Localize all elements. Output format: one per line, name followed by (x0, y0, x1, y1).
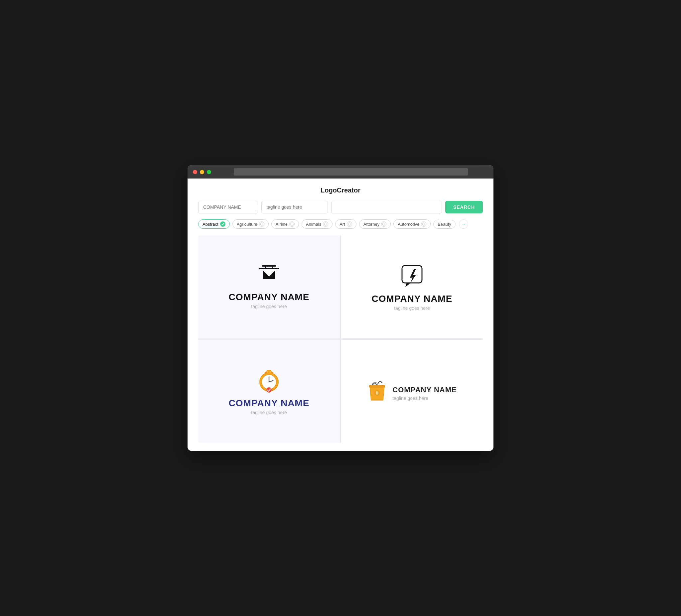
logo2-icon (399, 263, 425, 289)
category-art-label: Art (339, 222, 345, 227)
category-agriculture-check (259, 222, 264, 227)
logo3-company-name: COMPANY NAME (229, 398, 309, 409)
category-animals-label: Animals (306, 222, 321, 227)
category-beauty-label: Beauty (437, 222, 451, 227)
logo4-icon (367, 380, 387, 403)
category-abstract[interactable]: Abstract (198, 220, 230, 229)
search-button[interactable]: SEARCH (445, 201, 483, 213)
logo3-tagline: tagline goes here (251, 410, 287, 415)
category-filters: Abstract Agriculture Airline Animals (198, 220, 483, 229)
logo-card-3[interactable]: COMPANY NAME tagline goes here (198, 340, 340, 443)
category-airline[interactable]: Airline (271, 220, 299, 229)
svg-point-28 (375, 391, 379, 395)
logo4-text-group: COMPANY NAME tagline goes here (393, 382, 457, 401)
close-button[interactable] (193, 170, 197, 174)
logo1-tagline: tagline goes here (251, 304, 287, 309)
category-agriculture-label: Agriculture (237, 222, 257, 227)
address-bar[interactable] (234, 168, 468, 176)
categories-next-button[interactable]: → (459, 220, 468, 229)
logo-card-1[interactable]: COMPANY NAME tagline goes here (198, 235, 340, 338)
search-bar: SEARCH (198, 201, 483, 213)
svg-rect-20 (267, 370, 271, 372)
svg-marker-15 (405, 283, 410, 287)
svg-rect-7 (265, 265, 266, 268)
tagline-input[interactable] (261, 201, 328, 213)
category-airline-label: Airline (276, 222, 287, 227)
logo-grid: COMPANY NAME tagline goes here COMPANY N… (198, 235, 483, 443)
titlebar (187, 165, 494, 179)
logo4-inline: COMPANY NAME tagline goes here (367, 380, 457, 403)
logo4-company-name: COMPANY NAME (393, 386, 457, 394)
category-attorney-label: Attorney (363, 222, 379, 227)
maximize-button[interactable] (207, 170, 211, 174)
category-art-check (347, 222, 352, 227)
category-attorney-check (381, 222, 386, 227)
logo-card-4[interactable]: COMPANY NAME tagline goes here (341, 340, 483, 443)
category-animals-check (323, 222, 328, 227)
logo3-icon (256, 367, 282, 394)
category-animals[interactable]: Animals (302, 220, 332, 229)
app-window: LogoCreator SEARCH Abstract Agriculture (187, 165, 494, 451)
svg-rect-9 (259, 268, 279, 269)
logo2-tagline: tagline goes here (394, 306, 430, 311)
logo1-company-name: COMPANY NAME (229, 292, 309, 303)
category-attorney[interactable]: Attorney (359, 220, 391, 229)
svg-rect-8 (272, 265, 273, 268)
category-automotive-check (421, 222, 426, 227)
minimize-button[interactable] (200, 170, 204, 174)
svg-point-3 (348, 223, 351, 225)
category-beauty[interactable]: Beauty (433, 220, 455, 229)
svg-rect-6 (262, 265, 276, 266)
svg-point-4 (382, 223, 385, 225)
company-name-input[interactable] (198, 201, 258, 213)
category-automotive[interactable]: Automotive (394, 220, 431, 229)
logo4-tagline: tagline goes here (393, 395, 457, 401)
svg-point-2 (324, 223, 327, 225)
extra-search-input[interactable] (331, 201, 442, 213)
svg-point-0 (260, 223, 263, 225)
svg-rect-26 (369, 385, 385, 388)
category-airline-check (289, 222, 295, 227)
category-abstract-check (220, 222, 225, 227)
app-body: LogoCreator SEARCH Abstract Agriculture (187, 179, 494, 451)
logo-card-2[interactable]: COMPANY NAME tagline goes here (341, 235, 483, 338)
app-title: LogoCreator (198, 186, 483, 194)
category-abstract-label: Abstract (202, 222, 219, 227)
svg-point-5 (422, 223, 425, 225)
category-automotive-label: Automotive (398, 222, 419, 227)
svg-point-1 (291, 223, 293, 225)
category-agriculture[interactable]: Agriculture (232, 220, 269, 229)
logo2-company-name: COMPANY NAME (372, 293, 453, 304)
logo1-icon (256, 265, 282, 288)
svg-marker-16 (410, 269, 416, 284)
category-art[interactable]: Art (335, 220, 356, 229)
